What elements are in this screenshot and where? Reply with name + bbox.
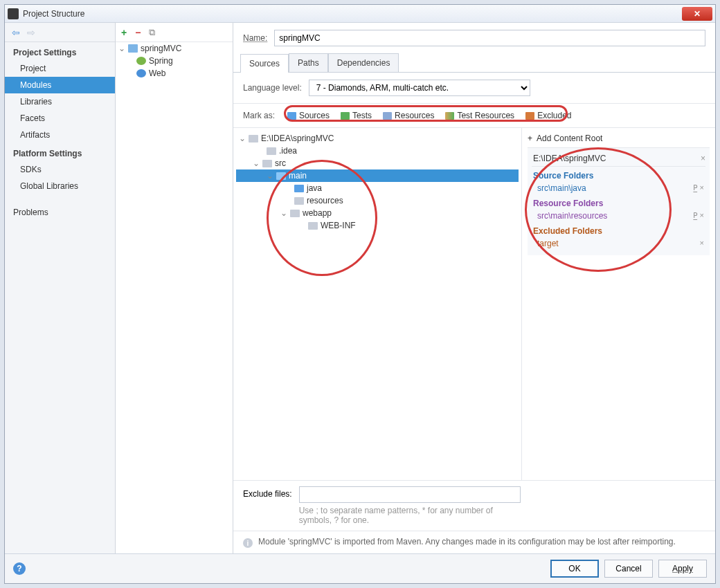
tab-paths[interactable]: Paths: [289, 53, 328, 72]
module-facet-spring[interactable]: Spring: [116, 55, 233, 67]
titlebar: Project Structure ✕: [5, 5, 715, 23]
content-split: ⌄E:\IDEA\springMVC .idea ⌄src ⌄main java…: [233, 127, 715, 480]
forward-icon[interactable]: ⇨: [27, 27, 35, 38]
content-root-path[interactable]: E:\IDEA\springMVC×: [532, 151, 705, 167]
tree-src[interactable]: ⌄src: [236, 157, 519, 169]
dialog-footer: ? OK Cancel Apply: [5, 553, 715, 583]
resource-folder-icon: [294, 197, 304, 205]
excluded-folder-item[interactable]: target×: [532, 237, 705, 250]
module-tabs: Sources Paths Dependencies: [233, 53, 715, 73]
chevron-down-icon: ⌄: [267, 171, 273, 181]
mark-tests-button[interactable]: Tests: [338, 109, 375, 122]
language-level-row: Language level: 7 - Diamonds, ARM, multi…: [233, 73, 715, 104]
content-root-block: E:\IDEA\springMVC× Source Folders src\ma…: [528, 147, 710, 255]
remove-icon[interactable]: ×: [700, 239, 704, 247]
mark-as-row: Mark as: Sources Tests Resources Test Re…: [233, 104, 715, 127]
resource-folders-header: Resource Folders: [532, 194, 705, 210]
language-level-label: Language level:: [243, 83, 302, 93]
mark-excluded-button[interactable]: Excluded: [523, 109, 574, 122]
tree-java[interactable]: java: [236, 182, 519, 194]
language-level-select[interactable]: 7 - Diamonds, ARM, multi-catch etc.: [309, 80, 530, 96]
tree-webapp[interactable]: ⌄webapp: [236, 207, 519, 219]
tree-webinf[interactable]: WEB-INF: [236, 219, 519, 232]
tab-sources[interactable]: Sources: [240, 54, 289, 73]
remove-root-icon[interactable]: ×: [701, 154, 705, 163]
maven-info-row: i Module 'springMVC' is imported from Ma…: [233, 531, 715, 553]
edit-remove-icon[interactable]: P̲ ×: [693, 183, 704, 192]
edit-remove-icon[interactable]: P̲ ×: [693, 211, 704, 220]
app-icon: [8, 8, 19, 19]
module-root[interactable]: ⌄ springMVC: [116, 42, 233, 55]
exclude-files-label: Exclude files:: [243, 486, 292, 499]
modules-toolbar: + − ⧉: [116, 23, 233, 42]
window-title: Project Structure: [23, 9, 84, 19]
sidebar-item-project[interactable]: Project: [5, 60, 115, 77]
mark-as-label: Mark as:: [243, 111, 275, 120]
chevron-down-icon: ⌄: [253, 158, 260, 168]
sidebar-item-global-libraries[interactable]: Global Libraries: [5, 178, 115, 194]
sidebar-item-sdks[interactable]: SDKs: [5, 161, 115, 178]
sidebar-item-problems[interactable]: Problems: [5, 204, 115, 221]
exclude-files-input[interactable]: [299, 486, 521, 503]
resource-folder-item[interactable]: src\main\resourcesP̲ ×: [532, 210, 705, 222]
section-platform-settings: Platform Settings: [5, 143, 115, 161]
folder-icon: [276, 172, 286, 180]
apply-button[interactable]: Apply: [658, 560, 707, 578]
close-button[interactable]: ✕: [682, 7, 712, 21]
chevron-down-icon: ⌄: [118, 44, 125, 53]
module-facet-label: Web: [149, 68, 165, 78]
section-project-settings: Project Settings: [5, 42, 115, 60]
folder-icon: [290, 210, 300, 217]
info-icon: i: [243, 538, 253, 548]
copy-module-icon[interactable]: ⧉: [149, 27, 155, 38]
tests-color-icon: [341, 112, 350, 120]
spring-icon: [136, 57, 146, 65]
web-icon: [136, 69, 146, 77]
project-structure-window: Project Structure ✕ ⇦ ⇨ Project Settings…: [4, 4, 716, 584]
remove-module-icon[interactable]: −: [135, 27, 141, 38]
cancel-button[interactable]: Cancel: [604, 560, 653, 578]
tree-main[interactable]: ⌄main: [236, 169, 519, 182]
back-icon[interactable]: ⇦: [12, 27, 20, 38]
folder-icon: [267, 147, 276, 155]
sidebar-item-facets[interactable]: Facets: [5, 110, 115, 127]
exclude-files-row: Exclude files: Use ; to separate name pa…: [233, 480, 715, 531]
chevron-down-icon: ⌄: [280, 208, 287, 218]
source-tree: ⌄E:\IDEA\springMVC .idea ⌄src ⌄main java…: [233, 128, 521, 480]
resources-color-icon: [383, 112, 392, 120]
module-facet-label: Spring: [149, 56, 173, 66]
module-facet-web[interactable]: Web: [116, 67, 233, 80]
source-folder-item[interactable]: src\main\javaP̲ ×: [532, 182, 705, 194]
excluded-color-icon: [525, 112, 534, 120]
folder-icon: [249, 135, 258, 143]
folder-icon: [262, 160, 272, 167]
sources-color-icon: [287, 112, 296, 120]
exclude-help-text: Use ; to separate name patterns, * for a…: [299, 503, 521, 525]
tab-dependencies[interactable]: Dependencies: [328, 53, 399, 72]
add-module-icon[interactable]: +: [121, 27, 127, 38]
source-folders-header: Source Folders: [532, 167, 705, 182]
mark-sources-button[interactable]: Sources: [285, 109, 332, 122]
name-label: Name:: [243, 33, 267, 43]
tree-resources[interactable]: resources: [236, 194, 519, 207]
settings-sidebar: ⇦ ⇨ Project Settings Project Modules Lib…: [5, 23, 116, 553]
ok-button[interactable]: OK: [550, 560, 599, 578]
tree-idea[interactable]: .idea: [236, 145, 519, 157]
nav-arrows: ⇦ ⇨: [5, 23, 115, 42]
module-folder-icon: [128, 44, 138, 53]
modules-panel: + − ⧉ ⌄ springMVC Spring Web: [116, 23, 233, 553]
excluded-folders-header: Excluded Folders: [532, 222, 705, 237]
sidebar-item-modules[interactable]: Modules: [5, 77, 115, 93]
name-row: Name:: [233, 23, 715, 53]
sidebar-item-libraries[interactable]: Libraries: [5, 93, 115, 110]
mark-resources-button[interactable]: Resources: [380, 109, 437, 122]
tree-root[interactable]: ⌄E:\IDEA\springMVC: [236, 132, 519, 145]
help-icon[interactable]: ?: [13, 562, 26, 575]
mark-test-resources-button[interactable]: Test Resources: [442, 109, 517, 122]
sidebar-item-artifacts[interactable]: Artifacts: [5, 127, 115, 143]
test-resources-color-icon: [445, 112, 454, 120]
add-content-root-button[interactable]: +Add Content Root: [528, 132, 710, 145]
module-name-input[interactable]: [274, 30, 705, 46]
maven-info-text: Module 'springMVC' is imported from Mave…: [258, 537, 676, 546]
main-panel: Name: Sources Paths Dependencies Languag…: [233, 23, 715, 553]
